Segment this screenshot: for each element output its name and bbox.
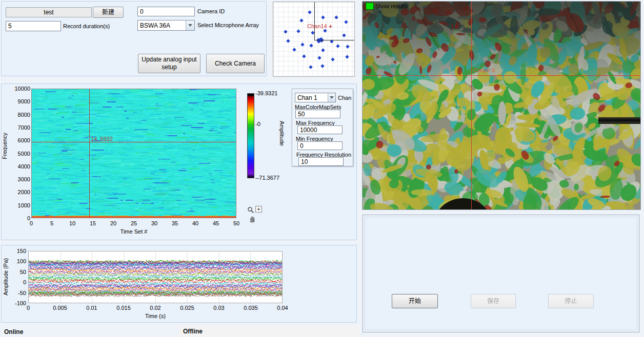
show-results-checkbox[interactable] [366,3,374,10]
session-name-field[interactable]: test [6,7,92,17]
mic-array-plot[interactable]: Chan14 + [273,2,355,77]
chevron-down-icon[interactable] [328,93,335,102]
spectrogram-cursor-label: 14, 5932 [91,136,113,142]
waveform-plot[interactable] [28,251,283,303]
spectrogram-controls-box: Chan 1 Chan MaxColorMapSets 50 Max Frequ… [292,89,353,166]
chan-label: Chan [338,95,351,101]
mic-array-label: Select Microphone Array [197,22,259,28]
spectrogram-plot[interactable]: 14, 5932 [31,89,236,218]
session-name-value: test [44,9,53,16]
stop-button[interactable]: 停止 [548,294,594,308]
waveform-x-ticks: 00.0050.010.0150.020.0250.030.0350.04 [28,305,283,311]
setup-panel: test 新建 5 Record duration(s) 0 Camera ID… [1,1,267,76]
waveform-y-axis-title: Amplitude (Pa) [3,258,9,296]
amplitude-colorbar [247,93,254,178]
camera-cursor-label: Cursor 0 [473,67,495,73]
offline-status-label: Offline [183,328,203,335]
camera-id-label: Camera ID [197,8,225,14]
online-status-label: Online [4,328,23,335]
start-button[interactable]: 开始 [392,294,438,308]
save-button[interactable]: 保存 [471,294,516,308]
maxcolormapsets-input[interactable]: 50 [295,110,340,118]
plus-box-icon[interactable]: + [255,206,262,213]
record-duration-input[interactable]: 5 [6,21,61,31]
chan-select-value: Chan 1 [295,94,328,101]
waveform-panel: Amplitude (Pa) 150100500-50-100 00.0050.… [1,245,357,323]
new-session-button[interactable]: 新建 [93,7,124,18]
colorbar-min-label: --71.3677 [255,175,279,181]
min-frequency-input[interactable]: 0 [297,141,343,150]
spectrogram-cursor-horizontal[interactable] [32,142,236,142]
camera-id-input[interactable]: 0 [137,7,195,16]
spectrogram-cursor-vertical[interactable] [89,89,90,218]
camera-cursor-horizontal[interactable] [363,75,640,76]
camera-view[interactable]: Cursor 0 Show results [362,1,641,210]
record-duration-label: Record duration(s) [63,23,110,29]
mic-crosshair-horizontal [314,40,354,40]
spectrogram-y-axis-title: Frequency [2,133,8,159]
max-frequency-input[interactable]: 10000 [297,125,343,134]
action-panel: 开始 保存 停止 [363,215,639,332]
colorbar-axis-title: Amplitude [279,121,285,146]
camera-cursor-vertical[interactable] [471,2,472,209]
offline-status-bar: Offline [179,326,360,337]
spectrogram-x-axis-title: Time Set # [31,228,236,235]
mic-cursor-label: Chan14 [307,23,327,29]
waveform-y-ticks: 150100500-50-100 [11,251,26,303]
mic-array-value: BSWA 36A [138,22,186,29]
mic-array-canvas [273,2,354,76]
mic-cursor-cross-icon[interactable]: + [329,24,332,29]
update-analog-input-button[interactable]: Update analog input setup [138,54,200,73]
acoustic-camera-app: test 新建 5 Record duration(s) 0 Camera ID… [0,0,644,337]
mic-array-select[interactable]: BSWA 36A [137,20,195,31]
hand-icon[interactable] [249,215,256,222]
show-results-label: Show results [375,3,408,9]
waveform-canvas [29,251,282,303]
colorbar-mid-label: -0 [255,121,260,127]
camera-heatmap-canvas [363,2,640,209]
colorbar-max-label: -39.9321 [255,90,277,96]
spectrogram-y-ticks: 1000090008000700060005000400030002000100… [8,89,30,218]
mic-crosshair-vertical [314,2,315,40]
chevron-down-icon[interactable] [186,20,194,30]
check-camera-button[interactable]: Check Camera [206,54,265,73]
magnifier-icon[interactable] [247,206,254,214]
spectrogram-x-ticks: 05101520253035404550 [31,220,236,227]
spectrogram-panel: Frequency 100009000800070006000500040003… [1,83,357,240]
frequency-resolution-input[interactable]: 10 [298,157,344,166]
chan-select[interactable]: Chan 1 [295,93,336,102]
spectrogram-canvas [32,89,236,218]
waveform-x-axis-title: Time (s) [28,313,283,319]
